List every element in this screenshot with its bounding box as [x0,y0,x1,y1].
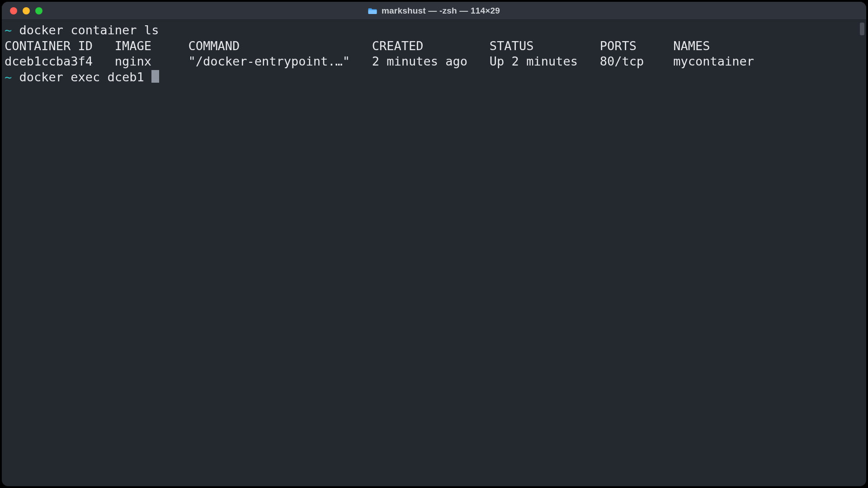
close-icon[interactable] [10,7,17,14]
titlebar[interactable]: markshust — -zsh — 114×29 [2,2,866,20]
scrollbar-thumb[interactable] [860,23,864,35]
window-title: markshust — -zsh — 114×29 [382,6,500,16]
prompt-line-1: ~ docker container ls [5,23,863,38]
window-title-group: markshust — -zsh — 114×29 [2,6,866,16]
terminal-window: markshust — -zsh — 114×29 ~ docker conta… [2,2,866,486]
prompt-line-2[interactable]: ~ docker exec dceb1 [5,70,863,85]
prompt-symbol: ~ [5,23,12,37]
prompt-symbol: ~ [5,70,12,84]
folder-icon [368,7,377,14]
zoom-icon[interactable] [35,7,42,14]
traffic-lights [2,7,42,14]
minimize-icon[interactable] [23,7,30,14]
cursor-icon [151,70,159,83]
command-text: docker container ls [19,23,159,37]
table-row: dceb1ccba3f4 nginx "/docker-entrypoint.…… [5,54,863,70]
terminal-output: ~ docker container lsCONTAINER ID IMAGE … [5,23,863,85]
terminal-viewport[interactable]: ~ docker container lsCONTAINER ID IMAGE … [2,20,866,486]
command-input[interactable]: docker exec dceb1 [19,70,152,84]
table-header-row: CONTAINER ID IMAGE COMMAND CREATED STATU… [5,38,863,54]
